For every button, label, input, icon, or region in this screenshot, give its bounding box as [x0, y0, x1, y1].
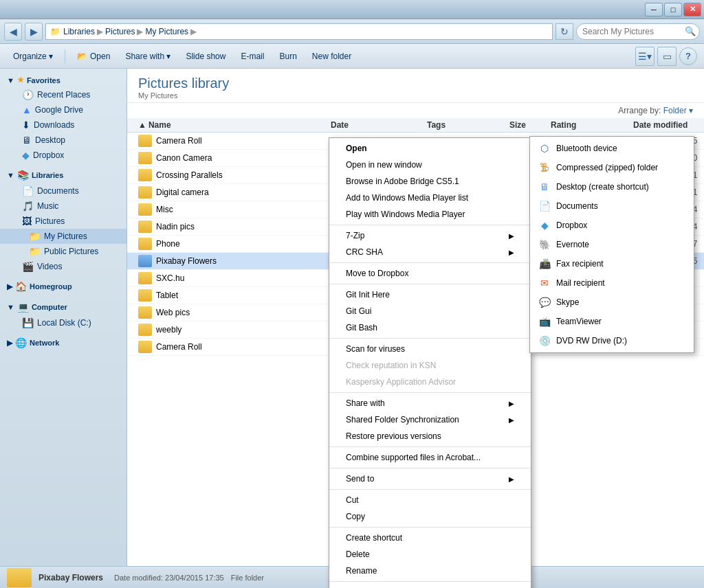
- sidebar-item-google-drive[interactable]: ▲ Google Drive: [0, 102, 126, 117]
- cm-item-label: Rename: [346, 566, 377, 576]
- submenu-item[interactable]: 📄Documents: [530, 196, 694, 216]
- context-menu-item[interactable]: Git Gui: [329, 303, 531, 319]
- context-menu-item[interactable]: Browse in Adobe Bridge CS5.1: [329, 173, 531, 190]
- close-button[interactable]: ✕: [683, 3, 701, 16]
- cm-item-label: Git Bash: [346, 323, 377, 332]
- status-item-name: Pixabay Flowers: [38, 573, 103, 583]
- context-menu-item[interactable]: Git Init Here: [329, 286, 531, 303]
- sidebar-item-public-pictures[interactable]: 📁 Public Pictures: [0, 244, 126, 259]
- address-path[interactable]: 📁 Libraries ▶ Pictures ▶ My Pictures ▶: [45, 23, 553, 40]
- context-menu-item[interactable]: Shared Folder Synchronization▶: [329, 411, 531, 428]
- col-date-modified[interactable]: Date modified: [633, 120, 704, 130]
- homegroup-label: Homegroup: [30, 282, 72, 291]
- layout-button[interactable]: ▭: [657, 47, 676, 66]
- context-menu-item[interactable]: Git Bash: [329, 319, 531, 336]
- context-menu-item[interactable]: Delete: [329, 546, 531, 563]
- libraries-section[interactable]: ▼ 📚 Libraries: [0, 167, 126, 183]
- path-libraries[interactable]: Libraries: [63, 27, 95, 36]
- submenu-item[interactable]: 💿DVD RW Drive (D:): [530, 331, 694, 350]
- col-size[interactable]: Size: [509, 120, 551, 130]
- sidebar-item-pictures[interactable]: 🖼 Pictures: [0, 214, 126, 229]
- email-button[interactable]: E-mail: [234, 47, 270, 66]
- context-menu-item[interactable]: Copy: [329, 508, 531, 525]
- minimize-button[interactable]: ─: [645, 3, 663, 16]
- context-menu-item[interactable]: Open folder location: [329, 584, 531, 588]
- context-menu-item[interactable]: Share with▶: [329, 395, 531, 411]
- refresh-button[interactable]: ↻: [556, 23, 573, 40]
- submenu-item[interactable]: 📺TeamViewer: [530, 312, 694, 331]
- context-menu-item[interactable]: Scan for viruses: [329, 341, 531, 357]
- cm-item-label: Git Gui: [346, 306, 371, 316]
- cm-item-label: Send to: [346, 474, 374, 484]
- submenu-item[interactable]: 📠Fax recipient: [530, 254, 694, 273]
- sidebar-item-my-pictures[interactable]: 📁 My Pictures: [0, 229, 126, 244]
- network-section[interactable]: ▶ 🌐 Network: [0, 335, 126, 351]
- sidebar-item-videos[interactable]: 🎬 Videos: [0, 259, 126, 274]
- context-menu-item[interactable]: Open in new window: [329, 157, 531, 173]
- path-pictures[interactable]: Pictures: [105, 27, 135, 36]
- context-menu-item: Kaspersky Application Advisor: [329, 374, 531, 390]
- context-menu-item[interactable]: Send to▶: [329, 471, 531, 487]
- context-menu-separator: [329, 262, 531, 263]
- maximize-button[interactable]: □: [664, 3, 682, 16]
- back-button[interactable]: ◀: [4, 23, 22, 41]
- file-name-cell: Crossing Parallels: [138, 169, 331, 181]
- context-menu-item[interactable]: Combine supported files in Acrobat...: [329, 449, 531, 466]
- view-options-button[interactable]: ☰▾: [635, 47, 654, 66]
- context-menu-separator: [329, 581, 531, 582]
- submenu-item[interactable]: 🖥Desktop (create shortcut): [530, 177, 694, 196]
- col-rating[interactable]: Rating: [551, 120, 633, 130]
- submenu-item[interactable]: ◆Dropbox: [530, 216, 694, 235]
- forward-button[interactable]: ▶: [25, 23, 43, 41]
- public-pictures-icon: 📁: [29, 246, 41, 257]
- pictures-icon: 🖼: [22, 216, 32, 227]
- burn-button[interactable]: Burn: [273, 47, 302, 66]
- sidebar-item-music[interactable]: 🎵 Music: [0, 199, 126, 214]
- context-menu-item[interactable]: 7-Zip▶: [329, 227, 531, 244]
- context-menu-separator: [329, 338, 531, 339]
- open-icon: 📂: [77, 52, 87, 61]
- arrange-by-value[interactable]: Folder ▾: [663, 106, 693, 115]
- context-menu-separator: [329, 527, 531, 528]
- context-menu-item[interactable]: Rename: [329, 563, 531, 579]
- sidebar-item-downloads[interactable]: ⬇ Downloads: [0, 117, 126, 133]
- submenu-item[interactable]: 🗜Compressed (zipped) folder: [530, 158, 694, 177]
- new-folder-button[interactable]: New folder: [306, 47, 358, 66]
- file-name: Pixabay Flowers: [156, 256, 217, 266]
- context-menu-item[interactable]: Restore previous versions: [329, 428, 531, 444]
- sidebar-item-recent-places[interactable]: 🕐 Recent Places: [0, 87, 126, 102]
- file-name: Camera Roll: [156, 136, 202, 146]
- context-menu-item[interactable]: CRC SHA▶: [329, 244, 531, 260]
- context-menu-item[interactable]: Cut: [329, 492, 531, 508]
- context-menu-item[interactable]: Play with Windows Media Player: [329, 206, 531, 223]
- col-date[interactable]: Date: [331, 120, 427, 130]
- search-input[interactable]: [576, 23, 700, 40]
- help-button[interactable]: ?: [679, 47, 697, 65]
- path-sep-2: ▶: [137, 27, 143, 36]
- submenu-item[interactable]: ⬡Bluetooth device: [530, 139, 694, 158]
- sidebar-item-local-disk[interactable]: 💾 Local Disk (C:): [0, 315, 126, 330]
- context-menu-item[interactable]: Move to Dropbox: [329, 265, 531, 282]
- share-with-button[interactable]: Share with ▾: [119, 47, 177, 66]
- homegroup-section[interactable]: ▶ 🏠 Homegroup: [0, 278, 126, 295]
- favorites-section[interactable]: ▼ ★ Favorites: [0, 73, 126, 87]
- slide-show-button[interactable]: Slide show: [179, 47, 232, 66]
- submenu-item[interactable]: ✉Mail recipient: [530, 273, 694, 293]
- computer-section[interactable]: ▼ 💻 Computer: [0, 299, 126, 315]
- organize-button[interactable]: Organize ▾: [7, 47, 59, 66]
- submenu-item[interactable]: 💬Skype: [530, 293, 694, 312]
- sidebar-item-desktop[interactable]: 🖥 Desktop: [0, 133, 126, 148]
- context-menu-item[interactable]: Create shortcut: [329, 530, 531, 546]
- downloads-label: Downloads: [34, 120, 74, 130]
- open-button[interactable]: 📂 Open: [71, 47, 116, 66]
- context-menu-item[interactable]: Open: [329, 140, 531, 157]
- file-name: Phone: [156, 239, 180, 249]
- col-name[interactable]: ▲ Name: [138, 120, 331, 130]
- folder-thumb-icon: [138, 341, 152, 353]
- col-tags[interactable]: Tags: [427, 120, 509, 130]
- context-menu-item[interactable]: Add to Windows Media Player list: [329, 190, 531, 206]
- sidebar-item-documents[interactable]: 📄 Documents: [0, 183, 126, 199]
- sidebar-item-dropbox[interactable]: ◆ Dropbox: [0, 148, 126, 163]
- path-my-pictures[interactable]: My Pictures: [145, 27, 188, 36]
- submenu-item[interactable]: 🐘Evernote: [530, 235, 694, 254]
